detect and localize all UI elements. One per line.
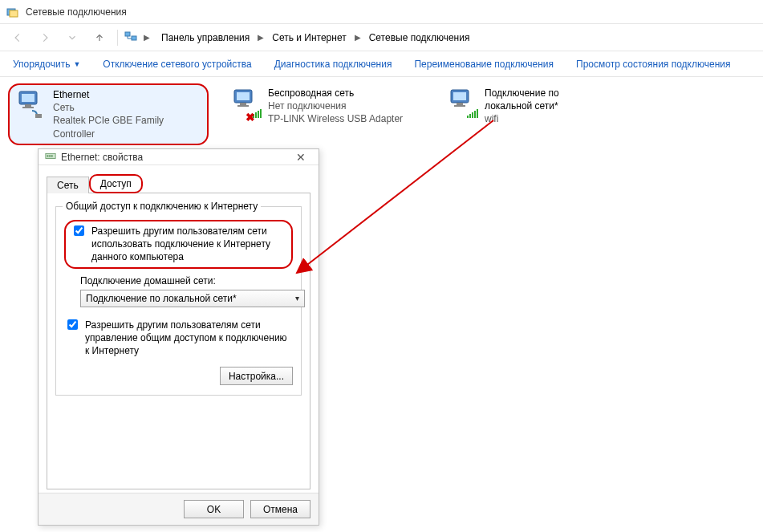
svg-rect-1 [10,10,18,17]
svg-rect-8 [35,114,42,118]
tab-access[interactable]: Доступ [89,174,143,193]
allow-share-row: Разрешить другим пользователям сети испо… [64,220,293,269]
diagnose-command[interactable]: Диагностика подключения [274,59,392,70]
svg-rect-7 [22,107,34,108]
network-panel-icon [124,30,137,45]
organize-label: Упорядочить [13,59,70,70]
connection-status: Нет подключения [268,99,403,112]
crumb-network-connections[interactable]: Сетевые подключения [364,29,475,47]
connection-device: Realtek PCIe GBE Family Controller [53,114,202,140]
svg-rect-16 [454,105,465,107]
svg-rect-11 [240,103,246,105]
dialog-titlebar[interactable]: Ethernet: свойства ✕ [39,149,319,165]
svg-rect-6 [25,104,31,107]
crumb-network-internet[interactable]: Сеть и Интернет [267,29,351,47]
recent-locations-button[interactable] [61,26,83,49]
connections-list: Ethernet Сеть Realtek PCIe GBE Family Co… [0,77,763,152]
chevron-down-icon: ▼ [73,60,80,68]
tab-network[interactable]: Сеть [47,177,89,193]
cancel-button[interactable]: Отмена [250,500,310,518]
chevron-right-icon: ▶ [353,33,363,42]
forward-button[interactable] [34,26,56,49]
up-button[interactable] [88,26,111,49]
organize-menu[interactable]: Упорядочить ▼ [13,59,80,70]
svg-rect-12 [237,105,249,107]
connection-name: Ethernet [53,88,202,101]
home-network-label: Подключение домашней сети: [80,275,293,286]
dialog-footer: OK Отмена [39,493,319,525]
connection-status: Сеть [53,101,202,114]
svg-rect-3 [132,36,136,40]
nav-bar: ▶ Панель управления ▶ Сеть и Интернет ▶ … [0,24,763,51]
x-icon: ✖ [246,111,255,124]
connection-name: Беспроводная сеть [268,87,403,99]
svg-rect-10 [237,92,250,100]
allow-control-row: Разрешить другим пользователям сети упра… [64,319,293,358]
chevron-right-icon: ▶ [142,33,152,42]
svg-rect-2 [125,32,130,36]
rename-command[interactable]: Переименование подключения [414,59,554,70]
back-button[interactable] [6,26,29,49]
dialog-title: Ethernet: свойства [61,152,143,163]
connection-wireless[interactable]: ✖ Беспроводная сеть Нет подключения TP-L… [225,83,425,129]
close-button[interactable]: ✕ [290,151,312,164]
home-network-value: Подключение по локальной сети* [86,293,237,304]
command-bar: Упорядочить ▼ Отключение сетевого устрой… [0,51,763,77]
status-command[interactable]: Просмотр состояния подключения [576,59,730,70]
allow-share-label: Разрешить другим пользователям сети испо… [91,225,286,264]
properties-dialog: Ethernet: свойства ✕ Сеть Доступ Общий д… [38,148,319,526]
allow-share-checkbox[interactable] [74,225,84,236]
monitor-cable-icon [14,88,47,120]
svg-rect-18 [47,155,49,157]
svg-rect-14 [453,92,466,100]
allow-control-label: Разрешить другим пользователям сети упра… [85,319,293,358]
network-folder-icon [6,6,19,18]
crumb-control-panel[interactable]: Панель управления [156,29,254,47]
svg-rect-20 [51,155,53,157]
connection-status: wifi [485,112,605,125]
tab-bar: Сеть Доступ [47,173,310,193]
connection-device: TP-LINK Wireless USB Adapter [268,112,403,125]
svg-rect-5 [22,94,34,102]
chevron-right-icon: ▶ [256,33,266,42]
ics-group: Общий доступ к подключению к Интернету Р… [55,206,302,396]
title-bar: Сетевые подключения [0,0,763,24]
tab-panel-access: Общий доступ к подключению к Интернету Р… [47,193,310,489]
group-legend: Общий доступ к подключению к Интернету [63,201,261,212]
breadcrumb: Панель управления ▶ Сеть и Интернет ▶ Се… [156,29,474,47]
allow-control-checkbox[interactable] [67,319,78,330]
network-adapter-icon [45,150,56,164]
connection-ethernet[interactable]: Ethernet Сеть Realtek PCIe GBE Family Co… [8,83,209,145]
ok-button[interactable]: OK [184,500,244,518]
connection-name: Подключение по локальной сети* [485,87,605,112]
monitor-wifi-icon [446,87,478,119]
home-network-select[interactable]: Подключение по локальной сети* ▾ [80,290,305,307]
disable-device-command[interactable]: Отключение сетевого устройства [103,59,251,70]
svg-rect-19 [49,155,51,157]
signal-icon [467,108,480,118]
window-title: Сетевые подключения [26,6,127,18]
chevron-down-icon: ▾ [295,294,299,303]
svg-rect-15 [457,103,463,105]
monitor-wifi-disabled-icon: ✖ [229,87,262,119]
settings-button[interactable]: Настройка... [220,367,293,385]
connection-local[interactable]: Подключение по локальной сети* wifi [441,83,610,129]
